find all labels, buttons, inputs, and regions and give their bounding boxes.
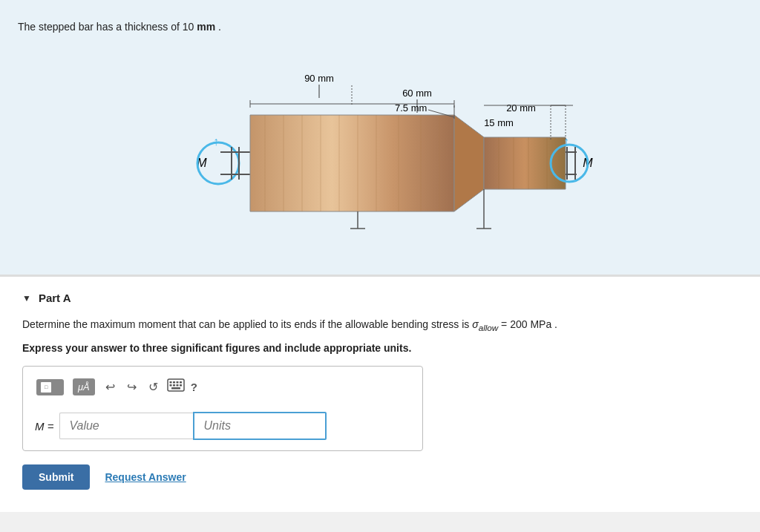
svg-text:20 mm: 20 mm — [506, 102, 536, 114]
buttons-row: Submit Request Answer — [22, 464, 738, 490]
problem-header: The stepped bar has a thickness of 10 mm… — [0, 0, 760, 275]
help-button[interactable]: ? — [191, 381, 197, 393]
redo-button[interactable]: ↪ — [124, 378, 140, 395]
diagram-svg: 90 mm 60 mm 7.5 mm ↗ 20 mm 15 mm ↗ M — [135, 59, 625, 252]
keyboard-button[interactable] — [167, 378, 185, 395]
svg-marker-28 — [484, 137, 566, 189]
svg-rect-63 — [171, 387, 180, 390]
m-label: M = — [35, 420, 53, 433]
svg-rect-61 — [176, 384, 178, 387]
problem-statement: The stepped bar has a thickness of 10 mm… — [18, 12, 742, 45]
svg-rect-58 — [180, 381, 182, 384]
toolbar: □ μÅ ↩ ↪ — [35, 377, 410, 403]
submit-button[interactable]: Submit — [22, 464, 90, 490]
part-title: Part A — [39, 292, 71, 304]
svg-rect-55 — [169, 381, 171, 384]
svg-text:90 mm: 90 mm — [304, 73, 334, 84]
svg-rect-60 — [173, 384, 175, 387]
svg-rect-57 — [176, 381, 178, 384]
value-input[interactable] — [59, 413, 193, 439]
fraction-button[interactable]: □ — [35, 378, 65, 397]
frac-box: □ — [41, 382, 51, 393]
request-answer-button[interactable]: Request Answer — [105, 471, 186, 483]
part-question: Determine the maximum moment that can be… — [22, 316, 738, 335]
svg-rect-56 — [173, 381, 175, 384]
units-input[interactable] — [193, 412, 327, 440]
diagram-container: 90 mm 60 mm 7.5 mm ↗ 20 mm 15 mm ↗ M — [18, 45, 742, 275]
mu-label: μÅ — [73, 378, 95, 395]
svg-text:↑: ↑ — [563, 135, 569, 148]
svg-text:15 mm: 15 mm — [484, 117, 514, 128]
svg-rect-59 — [169, 384, 171, 387]
svg-rect-62 — [180, 384, 182, 387]
reset-button[interactable]: ↺ — [145, 378, 161, 395]
part-instruction: Express your answer to three significant… — [22, 342, 738, 354]
svg-text:↑: ↑ — [213, 135, 219, 148]
undo-button[interactable]: ↩ — [102, 378, 118, 395]
part-header: ▼ Part A — [22, 292, 738, 304]
svg-marker-16 — [250, 115, 454, 211]
part-section: ▼ Part A Determine the maximum moment th… — [0, 275, 760, 512]
mu-button[interactable]: μÅ — [71, 377, 96, 397]
svg-marker-27 — [454, 115, 484, 211]
input-row: M = — [35, 412, 410, 440]
fraction-icon: □ — [36, 379, 64, 395]
answer-box: □ μÅ ↩ ↪ — [22, 366, 423, 451]
svg-text:60 mm: 60 mm — [402, 88, 432, 99]
collapse-arrow[interactable]: ▼ — [22, 293, 31, 303]
frac-divider — [53, 385, 59, 390]
